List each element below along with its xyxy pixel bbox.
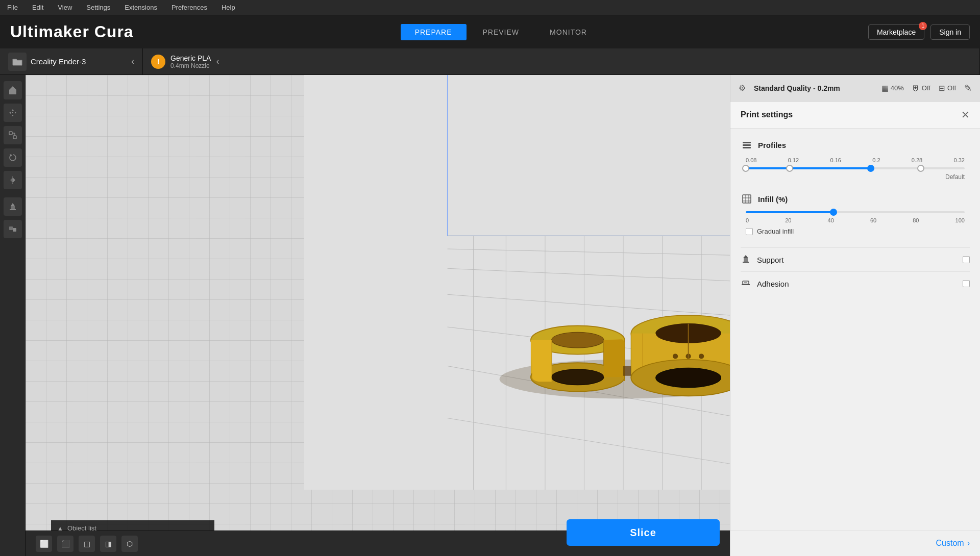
svg-rect-0 <box>9 90 16 94</box>
adhesion-icon: ⊟ <box>939 84 945 93</box>
profiles-icon <box>741 139 753 151</box>
toolbar-row: Creality Ender-3 ‹ ! Generic PLA 0.4mm N… <box>0 48 980 75</box>
svg-rect-3 <box>13 136 16 139</box>
material-nozzle: 0.4mm Nozzle <box>170 62 211 69</box>
view-xray-button[interactable]: ◫ <box>79 536 95 552</box>
custom-chevron-icon: › <box>967 539 970 548</box>
view-wireframe-button[interactable]: ⬛ <box>57 536 74 552</box>
infill-slider[interactable]: 0 20 40 60 80 100 Gradual infill <box>741 211 970 235</box>
signin-button[interactable]: Sign in <box>930 24 970 40</box>
machine-chevron[interactable]: ‹ <box>131 56 134 67</box>
svg-rect-55 <box>743 147 751 148</box>
slice-button[interactable]: Slice <box>567 519 720 546</box>
menu-file[interactable]: File <box>4 3 21 12</box>
svg-marker-12 <box>11 203 15 206</box>
material-name: Generic PLA <box>170 54 211 62</box>
menu-preferences[interactable]: Preferences <box>168 3 210 12</box>
svg-rect-10 <box>11 206 15 210</box>
gradual-infill-label: Gradual infill <box>757 228 794 235</box>
svg-point-40 <box>552 369 604 385</box>
nav-prepare[interactable]: PREPARE <box>401 24 467 40</box>
svg-rect-13 <box>9 226 13 230</box>
gradual-infill-checkbox[interactable] <box>746 228 753 235</box>
profiles-section: Profiles 0.08 0.12 0.16 0.2 0.28 0.32 <box>741 139 970 181</box>
menu-extensions[interactable]: Extensions <box>121 3 160 12</box>
titlebar-right: Marketplace 1 Sign in <box>868 24 970 40</box>
machine-folder-icon[interactable] <box>8 53 27 71</box>
tool-rotate[interactable] <box>4 148 22 167</box>
infill-section: Infill (%) 0 20 40 60 80 100 <box>741 193 970 235</box>
svg-point-46 <box>673 353 678 359</box>
svg-point-38 <box>552 332 604 348</box>
adhesion-text: Adhesion <box>757 280 789 288</box>
tool-support[interactable] <box>4 197 22 216</box>
tool-mirror[interactable] <box>4 171 22 189</box>
quality-thumb-selected[interactable] <box>867 165 874 172</box>
svg-marker-8 <box>10 178 13 183</box>
svg-rect-15 <box>304 75 730 490</box>
quality-slider[interactable]: 0.08 0.12 0.16 0.2 0.28 0.32 <box>741 157 970 181</box>
print-settings-title: Print settings <box>741 110 793 119</box>
material-info: Generic PLA 0.4mm Nozzle <box>170 54 211 69</box>
adhesion-row: Adhesion <box>741 271 970 295</box>
support-toggle-icon <box>741 254 752 265</box>
infill-track[interactable] <box>746 211 965 213</box>
svg-rect-62 <box>743 262 749 263</box>
menu-help[interactable]: Help <box>218 3 238 12</box>
left-toolbar <box>0 75 26 556</box>
support-stat: ⛨ Off <box>912 84 930 92</box>
viewport-svg <box>245 75 730 490</box>
svg-point-48 <box>699 353 704 359</box>
machine-selector[interactable]: Creality Ender-3 ‹ <box>0 48 143 74</box>
print-settings-header: Print settings ✕ <box>730 102 980 129</box>
nav-monitor[interactable]: MONITOR <box>535 24 601 40</box>
view-preview-button[interactable]: ⬡ <box>121 536 138 552</box>
adhesion-toggle-icon <box>741 278 752 289</box>
svg-rect-52 <box>623 366 631 376</box>
view-layer-button[interactable]: ◨ <box>100 536 116 552</box>
svg-rect-56 <box>743 195 751 203</box>
material-selector[interactable]: ! Generic PLA 0.4mm Nozzle ‹ <box>143 48 980 74</box>
support-row: Support <box>741 247 970 271</box>
menu-view[interactable]: View <box>55 3 75 12</box>
tool-move[interactable] <box>4 104 22 122</box>
marketplace-button[interactable]: Marketplace 1 <box>868 24 924 40</box>
menu-edit[interactable]: Edit <box>29 3 46 12</box>
infill-ticks: 0 20 40 60 80 100 <box>746 217 965 223</box>
infill-icon: ▦ <box>881 84 889 93</box>
infill-header: Infill (%) <box>741 193 970 205</box>
view-solid-button[interactable]: ⬜ <box>36 536 52 552</box>
svg-marker-1 <box>9 86 17 90</box>
svg-rect-54 <box>743 144 751 146</box>
tool-scale[interactable] <box>4 126 22 144</box>
gradual-infill[interactable]: Gradual infill <box>746 228 965 235</box>
infill-stat: ▦ 40% <box>881 84 904 93</box>
adhesion-checkbox[interactable] <box>963 280 970 287</box>
support-icon: ⛨ <box>912 84 920 92</box>
viewport[interactable]: ▲ Object list ✎ CE3_Mighty Amur-Hango 61… <box>26 75 730 556</box>
svg-rect-11 <box>10 209 16 210</box>
quality-thumb-2[interactable] <box>786 165 793 172</box>
menubar: File Edit View Settings Extensions Prefe… <box>0 0 980 15</box>
infill-thumb[interactable] <box>830 209 837 216</box>
app-logo: Ultimaker Cura <box>10 22 134 41</box>
svg-rect-2 <box>9 132 12 135</box>
adhesion-label: Adhesion <box>741 278 789 289</box>
support-text: Support <box>757 256 784 264</box>
support-checkbox[interactable] <box>963 256 970 263</box>
quality-slider-track[interactable] <box>746 167 965 169</box>
quality-thumb-1[interactable] <box>742 165 749 172</box>
quality-default-label: Default <box>746 173 965 181</box>
tool-permodel[interactable] <box>4 220 22 238</box>
tool-home[interactable] <box>4 81 22 99</box>
material-chevron[interactable]: ‹ <box>216 56 219 67</box>
menu-settings[interactable]: Settings <box>83 3 113 12</box>
print-settings-panel: Print settings ✕ Profiles <box>730 102 980 556</box>
quality-edit-button[interactable]: ✎ <box>964 83 972 94</box>
custom-button[interactable]: Custom › <box>936 539 970 548</box>
print-settings-close[interactable]: ✕ <box>961 109 970 121</box>
quality-thumb-4[interactable] <box>917 165 924 172</box>
machine-name: Creality Ender-3 <box>31 57 127 66</box>
nav-preview[interactable]: PREVIEW <box>469 24 534 40</box>
viewport-3d <box>26 75 730 530</box>
